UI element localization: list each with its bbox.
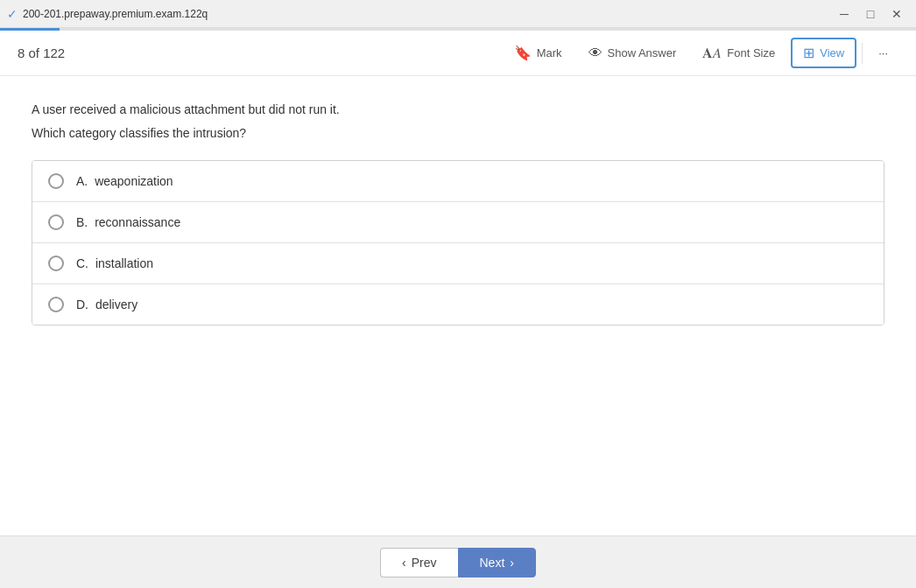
option-label-0: A. weaponization xyxy=(76,174,173,188)
font-size-label: Font Size xyxy=(727,46,775,60)
view-button[interactable]: ⊞ View xyxy=(791,38,856,68)
option-text-0: weaponization xyxy=(95,174,173,188)
more-button[interactable]: ··· xyxy=(868,41,898,65)
view-label: View xyxy=(820,46,844,60)
option-text-3: delivery xyxy=(95,298,137,312)
option-radio-3 xyxy=(48,297,64,312)
minimize-button[interactable]: ─ xyxy=(832,4,856,24)
option-row-3[interactable]: D. delivery xyxy=(32,284,884,325)
option-radio-1 xyxy=(48,214,64,230)
question-line1: A user received a malicious attachment b… xyxy=(32,101,884,119)
toolbar-right: 🔖 Mark 👁 Show Answer 𝐀𝐴 Font Size ⊞ View… xyxy=(504,38,898,68)
more-label: ··· xyxy=(878,46,888,60)
eye-icon: 👁 xyxy=(588,46,602,61)
title-bar-controls: ─ □ ✕ xyxy=(832,4,909,24)
toolbar-divider xyxy=(862,43,863,64)
show-answer-label: Show Answer xyxy=(608,46,677,60)
font-icon: 𝐀𝐴 xyxy=(702,46,722,61)
prev-label: Prev xyxy=(412,556,437,570)
mark-button[interactable]: 🔖 Mark xyxy=(504,39,573,66)
question-counter: 8 of 122 xyxy=(18,46,65,60)
option-text-2: installation xyxy=(95,256,153,270)
toolbar: 8 of 122 🔖 Mark 👁 Show Answer 𝐀𝐴 Font Si… xyxy=(0,31,916,76)
option-row-1[interactable]: B. reconnaissance xyxy=(32,202,884,243)
next-chevron-icon: › xyxy=(510,556,514,570)
font-size-button[interactable]: 𝐀𝐴 Font Size xyxy=(692,40,786,66)
content-area: A user received a malicious attachment b… xyxy=(0,76,916,536)
option-row-2[interactable]: C. installation xyxy=(32,243,884,284)
bottom-bar: ‹ Prev Next › xyxy=(0,536,916,588)
options-container: A. weaponizationB. reconnaissanceC. inst… xyxy=(32,160,884,326)
option-label-3: D. delivery xyxy=(76,298,137,312)
title-bar: ✓ 200-201.prepaway.premium.exam.122q ─ □… xyxy=(0,0,916,28)
view-icon: ⊞ xyxy=(803,45,814,61)
next-button[interactable]: Next › xyxy=(458,548,536,578)
option-radio-2 xyxy=(48,256,64,271)
mark-label: Mark xyxy=(537,46,562,60)
show-answer-button[interactable]: 👁 Show Answer xyxy=(578,40,687,66)
prev-button[interactable]: ‹ Prev xyxy=(380,548,457,578)
option-radio-0 xyxy=(48,173,64,189)
option-letter-0: A. xyxy=(76,174,91,188)
option-label-2: C. installation xyxy=(76,256,153,270)
app-title: 200-201.prepaway.premium.exam.122q xyxy=(23,8,208,20)
option-row-0[interactable]: A. weaponization xyxy=(32,161,884,202)
option-letter-2: C. xyxy=(76,256,92,270)
close-button[interactable]: ✕ xyxy=(884,4,909,24)
bookmark-icon: 🔖 xyxy=(514,45,532,61)
option-label-1: B. reconnaissance xyxy=(76,215,180,229)
title-bar-left: ✓ 200-201.prepaway.premium.exam.122q xyxy=(7,7,208,21)
maximize-button[interactable]: □ xyxy=(858,4,883,24)
next-label: Next xyxy=(480,556,505,570)
prev-chevron-icon: ‹ xyxy=(402,556,406,570)
check-icon: ✓ xyxy=(7,7,18,21)
option-letter-3: D. xyxy=(76,298,92,312)
question-line2: Which category classifies the intrusion? xyxy=(32,124,884,143)
option-text-1: reconnaissance xyxy=(95,215,180,229)
option-letter-1: B. xyxy=(76,215,91,229)
